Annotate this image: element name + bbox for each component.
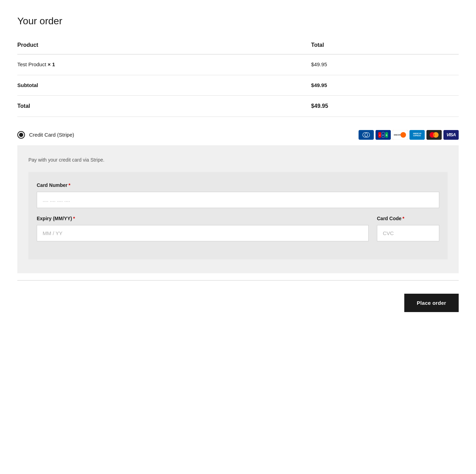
subtotal-value: $49.95 [304, 75, 459, 96]
expiry-label: Expiry (MM/YY)* [37, 215, 369, 222]
svg-text:J: J [379, 134, 380, 136]
svg-point-12 [400, 132, 406, 138]
visa-icon: VISA [443, 130, 459, 140]
mastercard-icon [426, 130, 442, 140]
total-row: Total $49.95 [17, 96, 459, 117]
total-label: Total [17, 96, 304, 117]
table-row: Test Product × 1 $49.95 [17, 54, 459, 75]
product-price: $49.95 [304, 54, 459, 75]
order-table: Product Total Test Product × 1 $49.95 Su… [17, 41, 459, 281]
product-name: Test Product [17, 61, 46, 67]
radio-inner [19, 133, 23, 137]
svg-text:VISA: VISA [447, 132, 456, 137]
svg-text:AMERICAN: AMERICAN [413, 133, 421, 135]
stripe-form-box: Card Number* Expiry (MM/YY)* [28, 172, 448, 259]
col-total-header: Total [304, 41, 459, 54]
payment-method-label: Credit Card (Stripe) [29, 131, 74, 139]
page-container: Your order Product Total Test Product × … [0, 0, 476, 333]
expiry-group: Expiry (MM/YY)* [37, 215, 369, 241]
subtotal-row: Subtotal $49.95 [17, 75, 459, 96]
diners-icon [359, 130, 374, 140]
credit-card-radio[interactable] [17, 131, 25, 139]
stripe-payment-box: Pay with your credit card via Stripe. Ca… [17, 145, 459, 273]
card-number-label: Card Number* [37, 182, 439, 189]
payment-method-left: Credit Card (Stripe) [17, 131, 74, 139]
product-name-cell: Test Product × 1 [17, 54, 304, 75]
card-number-input[interactable] [37, 192, 439, 208]
svg-text:C: C [382, 134, 384, 136]
expiry-input[interactable] [37, 225, 369, 241]
payment-method-cell: Credit Card (Stripe) [17, 117, 459, 281]
jcb-icon: J C B [376, 130, 391, 140]
place-order-row: Place order [17, 290, 459, 312]
payment-method-selector: Credit Card (Stripe) [17, 124, 459, 140]
payment-method-row: Credit Card (Stripe) [17, 117, 459, 281]
subtotal-label: Subtotal [17, 75, 304, 96]
card-icons: J C B DISCOVER [359, 130, 459, 140]
total-value: $49.95 [304, 96, 459, 117]
table-header-row: Product Total [17, 41, 459, 54]
svg-text:EXPRESS: EXPRESS [413, 135, 421, 137]
col-product-header: Product [17, 41, 304, 54]
place-order-button[interactable]: Place order [404, 294, 459, 312]
svg-text:B: B [386, 134, 387, 136]
card-number-group: Card Number* [37, 182, 439, 208]
discover-icon: DISCOVER [393, 130, 408, 140]
cvc-input[interactable] [377, 225, 439, 241]
expiry-cvc-row: Expiry (MM/YY)* Card Code* [37, 215, 439, 248]
product-quantity: × 1 [48, 61, 55, 67]
cvc-label: Card Code* [377, 215, 439, 222]
page-title: Your order [17, 14, 459, 28]
stripe-description: Pay with your credit card via Stripe. [28, 156, 448, 164]
cvc-group: Card Code* [377, 215, 439, 241]
amex-icon: AMERICAN EXPRESS [409, 130, 425, 140]
